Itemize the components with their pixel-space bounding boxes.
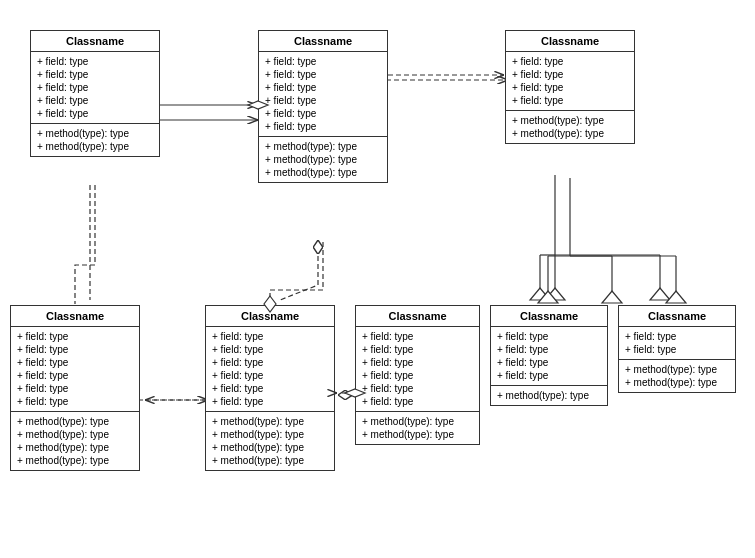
class-c3-fields: + field: type + field: type + field: typ… [506,52,634,111]
class-c6-header: Classname [356,306,479,327]
class-c1: Classname + field: type + field: type + … [30,30,160,157]
class-c7-fields: + field: type + field: type + field: typ… [491,327,607,386]
class-c2-methods: + method(type): type + method(type): typ… [259,137,387,182]
svg-marker-12 [650,288,670,300]
svg-marker-27 [538,291,558,303]
class-c1-fields: + field: type + field: type + field: typ… [31,52,159,124]
class-c3-methods: + method(type): type + method(type): typ… [506,111,634,143]
class-c6: Classname + field: type + field: type + … [355,305,480,445]
class-c7: Classname + field: type + field: type + … [490,305,608,406]
class-c8: Classname + field: type + field: type + … [618,305,736,393]
diagram-container: Classname + field: type + field: type + … [0,0,755,558]
class-c8-header: Classname [619,306,735,327]
class-c5-methods: + method(type): type + method(type): typ… [206,412,334,470]
class-c1-header: Classname [31,31,159,52]
class-c5-fields: + field: type + field: type + field: typ… [206,327,334,412]
class-c8-fields: + field: type + field: type [619,327,735,360]
class-c3-header: Classname [506,31,634,52]
class-c2-header: Classname [259,31,387,52]
class-c4-fields: + field: type + field: type + field: typ… [11,327,139,412]
class-c7-header: Classname [491,306,607,327]
class-c8-methods: + method(type): type + method(type): typ… [619,360,735,392]
class-c2: Classname + field: type + field: type + … [258,30,388,183]
class-c4-header: Classname [11,306,139,327]
svg-marker-14 [545,288,565,300]
class-c1-methods: + method(type): type + method(type): typ… [31,124,159,156]
class-c6-fields: + field: type + field: type + field: typ… [356,327,479,412]
class-c3: Classname + field: type + field: type + … [505,30,635,144]
svg-marker-10 [530,288,550,300]
class-c4-methods: + method(type): type + method(type): typ… [11,412,139,470]
class-c7-methods: + method(type): type [491,386,607,405]
class-c5: Classname + field: type + field: type + … [205,305,335,471]
svg-marker-31 [602,291,622,303]
class-c5-header: Classname [206,306,334,327]
svg-marker-29 [666,291,686,303]
class-c2-fields: + field: type + field: type + field: typ… [259,52,387,137]
class-c6-methods: + method(type): type + method(type): typ… [356,412,479,444]
class-c4: Classname + field: type + field: type + … [10,305,140,471]
